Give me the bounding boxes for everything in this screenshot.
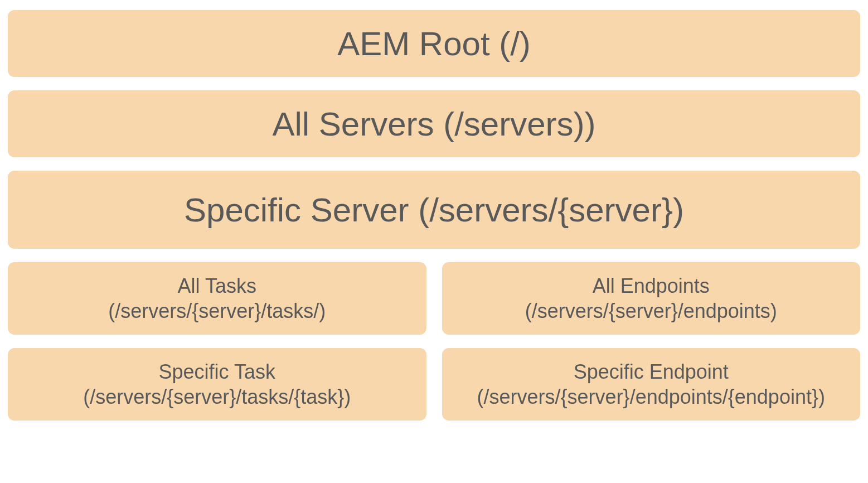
title-all-endpoints: All Endpoints [593, 273, 710, 298]
box-all-endpoints: All Endpoints (/servers/{server}/endpoin… [442, 262, 861, 335]
box-aem-root: AEM Root (/) [8, 10, 860, 77]
box-specific-server: Specific Server (/servers/{server}) [8, 171, 860, 249]
box-specific-task: Specific Task (/servers/{server}/tasks/{… [8, 348, 426, 421]
label-aem-root: AEM Root (/) [337, 25, 531, 63]
path-specific-task: (/servers/{server}/tasks/{task}) [83, 384, 351, 409]
path-specific-endpoint: (/servers/{server}/endpoints/{endpoint}) [477, 384, 825, 409]
label-all-servers: All Servers (/servers)) [272, 105, 595, 143]
title-specific-task: Specific Task [159, 359, 275, 384]
box-all-servers: All Servers (/servers)) [8, 90, 860, 157]
path-all-tasks: (/servers/{server}/tasks/) [108, 298, 326, 323]
path-all-endpoints: (/servers/{server}/endpoints) [525, 298, 777, 323]
box-specific-endpoint: Specific Endpoint (/servers/{server}/end… [442, 348, 861, 421]
title-all-tasks: All Tasks [178, 273, 256, 298]
title-specific-endpoint: Specific Endpoint [574, 359, 729, 384]
grid-children: All Tasks (/servers/{server}/tasks/) All… [8, 262, 860, 421]
box-all-tasks: All Tasks (/servers/{server}/tasks/) [8, 262, 426, 335]
label-specific-server: Specific Server (/servers/{server}) [184, 191, 684, 229]
